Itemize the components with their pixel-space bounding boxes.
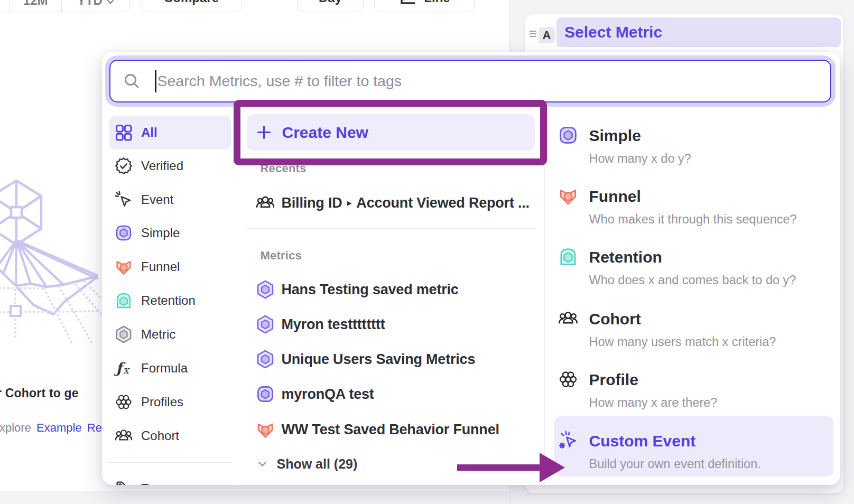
category-label: Cohort (141, 428, 179, 443)
recent-metric-item[interactable]: Billing ID▸Account Viewed Report ... (255, 186, 542, 220)
text-caret (155, 70, 156, 92)
select-metric-input[interactable]: Select Metric (556, 17, 841, 47)
middle-divider (247, 228, 535, 229)
event-cursor-icon (114, 190, 133, 209)
category-simple[interactable]: Simple (109, 216, 231, 250)
cohort-people-icon (255, 193, 275, 213)
saved-metric-icon (255, 279, 275, 300)
ytd-label: YTD (77, 0, 103, 8)
category-label: Profiles (141, 395, 183, 409)
saved-metric-label: myronQA test (282, 386, 374, 403)
category-label: All (141, 125, 157, 140)
chevron-down-icon (107, 0, 114, 4)
saved-metric-icon (255, 349, 275, 369)
saved-metric-icon (114, 325, 133, 344)
saved-metric-icon (255, 314, 275, 334)
breadcrumb-caret: ▸ (347, 197, 352, 209)
show-all-label: Show all (29) (277, 456, 358, 472)
saved-metric-item[interactable]: WW Test Saved Behavior Funnel (255, 413, 542, 446)
drag-handle-icon[interactable] (529, 30, 537, 38)
chart-type-line-button[interactable]: Line (374, 0, 475, 12)
recent-item-label: Billing ID▸Account Viewed Report ... (282, 195, 530, 211)
category-label: Formula (141, 361, 188, 376)
metric-query-row: A Select Metric (525, 14, 843, 51)
category-tags[interactable]: Tags (109, 472, 231, 485)
date-range-segment-12m[interactable]: 12M (10, 0, 61, 12)
type-description: How many x do y? (589, 152, 691, 166)
category-label: Funnel (141, 259, 180, 274)
category-event[interactable]: Event (109, 183, 231, 217)
compare-button[interactable]: Compare (141, 0, 242, 12)
saved-metric-item[interactable]: Myron testttttttt (255, 307, 542, 341)
funnel-metric-icon (558, 185, 579, 207)
example-reports-link[interactable]: Example Re (36, 421, 102, 434)
date-range-segment-ytd[interactable]: YTD (61, 0, 129, 12)
type-description: How many users match x criteria? (589, 335, 776, 349)
chevron-down-icon (258, 461, 267, 467)
simple-metric-icon (558, 125, 579, 146)
type-description: How many x are there? (589, 396, 718, 410)
category-metric[interactable]: Metric (109, 318, 231, 351)
saved-metric-label: Myron testttttttt (282, 316, 385, 333)
category-all[interactable]: All (109, 116, 231, 150)
category-label: Event (141, 192, 173, 207)
type-title: Funnel (589, 188, 641, 205)
metrics-section-label: Metrics (261, 249, 302, 263)
empty-state-subtext: xplore Example Re (0, 421, 102, 435)
svg-text:x: x (123, 364, 130, 376)
show-all-toggle[interactable]: Show all (29) (258, 447, 358, 481)
verified-seal-icon (114, 156, 133, 175)
tag-icon (114, 479, 133, 485)
type-title: Simple (589, 127, 641, 144)
category-retention[interactable]: Retention (109, 284, 231, 318)
metric-type-column: Simple How many x do y? Funnel Who makes… (545, 108, 841, 485)
category-funnel[interactable]: Funnel (109, 250, 231, 284)
funnel-metric-icon (114, 257, 133, 276)
saved-metric-label: Hans Testing saved metric (282, 282, 459, 298)
empty-state-heading: r Cohort to ge (0, 386, 79, 400)
saved-metric-item[interactable]: myronQA test (255, 377, 542, 411)
category-label: Simple (141, 226, 180, 240)
saved-metric-label: WW Test Saved Behavior Funnel (282, 422, 499, 438)
profiles-flower-icon (114, 393, 133, 412)
profiles-flower-icon (558, 369, 579, 390)
retention-metric-icon (558, 246, 579, 267)
category-sidebar: All Verified Event Simple Funnel Retenti… (102, 108, 237, 485)
funnel-metric-icon (255, 419, 275, 440)
metric-search-box[interactable]: Search Metrics, use # to filter to tags (109, 60, 831, 102)
type-description: Who does x and comes back to do y? (589, 273, 796, 287)
date-range-segmented-control: 12M YTD (0, 0, 130, 12)
type-title: Cohort (589, 310, 641, 328)
cohort-people-icon (114, 426, 133, 445)
search-icon (123, 72, 141, 90)
line-chart-icon (398, 0, 417, 11)
category-label: Tags (141, 481, 168, 485)
category-label: Verified (141, 158, 183, 173)
category-profiles[interactable]: Profiles (109, 385, 231, 419)
category-label: Metric (141, 327, 175, 342)
type-title: Retention (589, 248, 662, 266)
retention-metric-icon (114, 291, 133, 310)
interval-day-button[interactable]: Day (297, 0, 364, 12)
date-range-segment-hidden[interactable] (0, 0, 10, 12)
cohort-people-icon (558, 308, 579, 329)
category-cohort[interactable]: Cohort (109, 419, 231, 453)
category-formula[interactable]: ƒx Formula (109, 351, 231, 385)
saved-metric-item[interactable]: Unique Users Saving Metrics (255, 342, 542, 376)
formula-icon: ƒx (114, 359, 133, 378)
saved-metric-label: Unique Users Saving Metrics (282, 351, 476, 368)
simple-metric-icon (114, 223, 133, 242)
query-row-badge: A (539, 27, 555, 43)
line-label: Line (424, 0, 450, 5)
search-placeholder: Search Metrics, use # to filter to tags (157, 72, 402, 90)
saved-metric-item[interactable]: Hans Testing saved metric (255, 273, 542, 306)
type-description: Who makes it through this sequence? (589, 212, 797, 227)
sidebar-divider (108, 462, 232, 463)
type-description: Build your own event definition. (589, 457, 761, 471)
annotation-arrow (454, 448, 568, 485)
simple-metric-icon (255, 384, 275, 404)
category-verified[interactable]: Verified (109, 149, 231, 183)
type-title: Custom Event (589, 432, 696, 450)
subtext-plain: xplore (0, 421, 31, 434)
empty-state-illustration (0, 176, 101, 344)
